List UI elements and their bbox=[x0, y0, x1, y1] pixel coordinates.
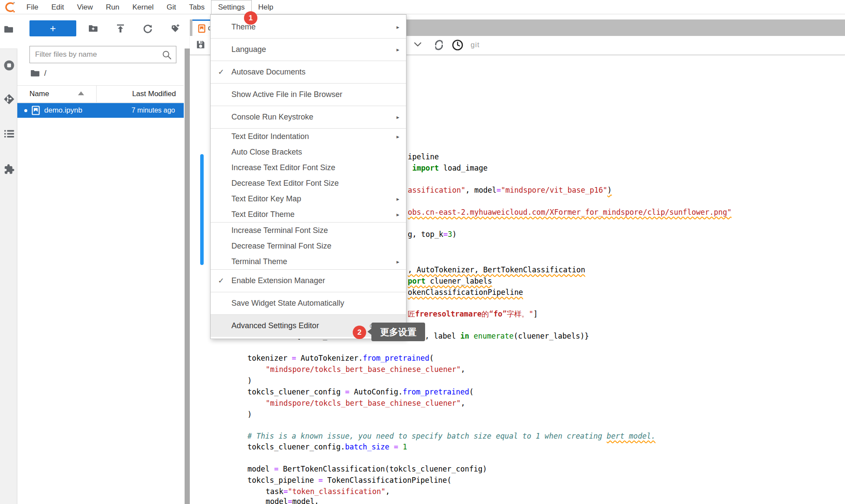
menu-settings[interactable]: Settings bbox=[211, 0, 251, 14]
home-folder-icon[interactable] bbox=[30, 69, 40, 77]
submenu-arrow-icon: ▸ bbox=[396, 24, 406, 30]
code-line: , AutoTokenizer, BertTokenClassification bbox=[408, 264, 585, 275]
refresh-icon[interactable] bbox=[143, 23, 153, 34]
menu-item-text-editor-indentation[interactable]: Text Editor Indentation▸ bbox=[211, 129, 406, 144]
code-line: "mindspore/tokcls_bert_base_chinese_clue… bbox=[266, 397, 465, 409]
code-line: tokcls_pipeline = TokenClassificationPip… bbox=[247, 475, 452, 486]
jupyterlab-window: { "menu_bar": { "items": ["File", "Edit"… bbox=[0, 0, 845, 504]
menu-item-label: Increase Terminal Font Size bbox=[231, 226, 396, 235]
menu-item-autosave-documents[interactable]: ✓Autosave Documents bbox=[211, 61, 406, 83]
settings-dropdown-menu: Theme▸Language▸✓Autosave DocumentsShow A… bbox=[210, 14, 406, 339]
submenu-arrow-icon: ▸ bbox=[396, 196, 406, 202]
menu-item-text-editor-theme[interactable]: Text Editor Theme▸ bbox=[211, 207, 406, 222]
menu-kernel[interactable]: Kernel bbox=[126, 0, 160, 14]
menu-bar: FileEditViewRunKernelGitTabsSettingsHelp bbox=[0, 0, 845, 14]
new-launcher-button[interactable]: + bbox=[29, 20, 76, 36]
code-line: port cluener_labels bbox=[408, 275, 492, 287]
code-line: ) bbox=[247, 375, 252, 386]
filter-files-input[interactable] bbox=[30, 46, 176, 63]
code-line: model=model, bbox=[266, 496, 319, 504]
code-line: 匠freresoltramare的“fo”字样。"] bbox=[408, 308, 538, 320]
code-line: model = BertTokenClassification(tokcls_c… bbox=[247, 463, 487, 475]
code-line: assification", model="mindspore/vit_base… bbox=[408, 184, 612, 196]
menu-item-label: Increase Text Editor Font Size bbox=[231, 163, 396, 172]
menu-item-enable-extension-manager[interactable]: ✓Enable Extension Manager bbox=[211, 270, 406, 292]
menu-item-terminal-theme[interactable]: Terminal Theme▸ bbox=[211, 254, 406, 269]
menu-item-save-widget-state-automatically[interactable]: Save Widget State Automatically bbox=[211, 292, 406, 314]
new-folder-icon[interactable] bbox=[88, 23, 98, 34]
checkmark-icon: ✓ bbox=[211, 276, 231, 285]
code-line: import load_image bbox=[408, 162, 488, 174]
save-icon[interactable] bbox=[196, 40, 207, 51]
menu-item-label: Text Editor Theme bbox=[231, 210, 396, 219]
menu-view[interactable]: View bbox=[71, 0, 100, 14]
chevron-down-icon[interactable] bbox=[413, 42, 425, 53]
jupyter-logo bbox=[3, 1, 16, 13]
code-line: # This is a known issue, you need to spe… bbox=[247, 430, 656, 442]
menu-item-increase-terminal-font-size[interactable]: Increase Terminal Font Size bbox=[211, 223, 406, 238]
checkmark-icon: ✓ bbox=[211, 68, 231, 77]
menu-item-label: Auto Close Brackets bbox=[231, 148, 396, 157]
code-line: g, top_k=3) bbox=[408, 229, 457, 240]
menu-item-decrease-terminal-font-size[interactable]: Decrease Terminal Font Size bbox=[211, 238, 406, 254]
code-line: obs.cn-east-2.myhuaweicloud.com/XFormer_… bbox=[408, 207, 731, 218]
menu-item-label: Show Active File in File Browser bbox=[231, 90, 396, 99]
menu-git[interactable]: Git bbox=[160, 0, 183, 14]
menu-item-label: Text Editor Indentation bbox=[231, 132, 396, 141]
submenu-arrow-icon: ▸ bbox=[396, 133, 406, 140]
new-tag-icon[interactable] bbox=[170, 23, 180, 34]
code-line: ipeline bbox=[408, 151, 439, 162]
menu-tabs[interactable]: Tabs bbox=[182, 0, 211, 14]
table-of-contents-icon[interactable] bbox=[3, 128, 14, 139]
column-header-last-modified[interactable]: Last Modified bbox=[132, 90, 176, 98]
menu-item-increase-text-editor-font-size[interactable]: Increase Text Editor Font Size bbox=[211, 160, 406, 175]
toolbar-status-label: git bbox=[471, 41, 480, 49]
menu-run[interactable]: Run bbox=[99, 0, 126, 14]
code-line: tokenizer = AutoTokenizer.from_pretraine… bbox=[247, 352, 434, 364]
menu-item-text-editor-key-map[interactable]: Text Editor Key Map▸ bbox=[211, 191, 406, 207]
panel-scrollbar[interactable] bbox=[185, 48, 190, 504]
column-header-name[interactable]: Name bbox=[29, 90, 49, 98]
submenu-arrow-icon: ▸ bbox=[396, 46, 406, 53]
extensions-puzzle-icon[interactable] bbox=[3, 164, 14, 174]
menu-item-language[interactable]: Language▸ bbox=[211, 39, 406, 61]
notebook-icon bbox=[198, 24, 205, 33]
menu-edit[interactable]: Edit bbox=[45, 0, 70, 14]
more-settings-tooltip: 更多设置 bbox=[371, 323, 425, 341]
breadcrumb[interactable]: / bbox=[30, 68, 46, 79]
menu-help[interactable]: Help bbox=[252, 0, 280, 14]
file-browser-panel: + bbox=[17, 14, 184, 504]
file-row-demo-ipynb[interactable]: demo.ipynb 7 minutes ago bbox=[17, 103, 184, 118]
menu-item-label: Advanced Settings Editor bbox=[231, 321, 370, 330]
menu-item-label: Terminal Theme bbox=[231, 257, 396, 266]
menu-item-label: Enable Extension Manager bbox=[231, 276, 396, 285]
menu-item-label: Language bbox=[231, 45, 396, 54]
code-line: "mindspore/tokcls_bert_base_chinese_clue… bbox=[266, 364, 465, 375]
unsaved-changes-dot bbox=[24, 109, 27, 112]
menu-item-label: Decrease Terminal Font Size bbox=[231, 242, 396, 251]
history-clock-icon[interactable] bbox=[452, 39, 463, 50]
menu-item-label: Autosave Documents bbox=[231, 68, 396, 77]
menu-file[interactable]: File bbox=[20, 0, 45, 14]
menu-item-auto-close-brackets[interactable]: Auto Close Brackets bbox=[211, 144, 406, 160]
code-line: okenClassificationPipeline bbox=[408, 287, 523, 298]
git-icon[interactable] bbox=[3, 94, 14, 104]
menu-item-show-active-file-in-file-browser[interactable]: Show Active File in File Browser bbox=[211, 84, 406, 106]
menu-item-theme[interactable]: Theme▸ bbox=[211, 16, 406, 38]
sync-icon[interactable] bbox=[432, 39, 444, 50]
file-modified-time: 7 minutes ago bbox=[131, 107, 175, 114]
file-browser-icon[interactable] bbox=[3, 24, 14, 35]
menu-item-label: Save Widget State Automatically bbox=[231, 299, 396, 308]
annotation-badge-2: 2 bbox=[353, 326, 366, 339]
menu-item-label: Console Run Keystroke bbox=[231, 113, 396, 122]
menu-item-label: Theme bbox=[231, 23, 396, 32]
menu-item-label: Decrease Text Editor Font Size bbox=[231, 179, 396, 188]
upload-icon[interactable] bbox=[115, 23, 126, 34]
menu-item-label: Text Editor Key Map bbox=[231, 194, 396, 204]
notebook-file-icon bbox=[32, 106, 40, 115]
menu-item-console-run-keystroke[interactable]: Console Run Keystroke▸ bbox=[211, 106, 406, 128]
menu-item-decrease-text-editor-font-size[interactable]: Decrease Text Editor Font Size bbox=[211, 175, 406, 191]
code-line: tokcls_cluener_config = AutoConfig.from_… bbox=[247, 386, 474, 397]
sort-ascending-icon[interactable] bbox=[78, 91, 84, 95]
running-sessions-icon[interactable] bbox=[3, 60, 14, 70]
